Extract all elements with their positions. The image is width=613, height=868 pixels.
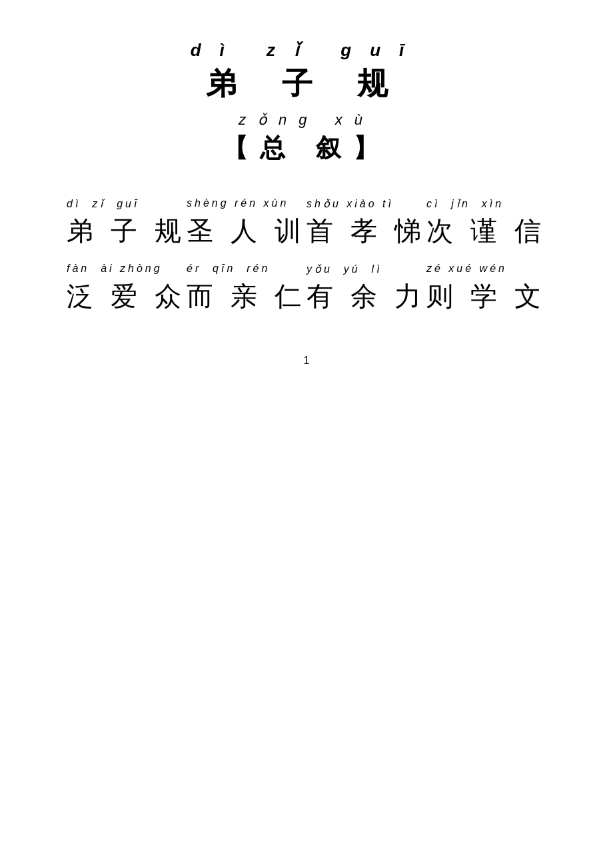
main-content: dì zǐ guī 弟 子 规 zǒng xù 【总 叙】 dì zǐ guī … [53, 40, 560, 328]
line1-seg4-pinyin: cì jǐn xìn [426, 197, 546, 210]
line1-seg3-zh: 首 孝 悌 [306, 213, 426, 249]
line2-seg1-zh: 泛 爱 众 [67, 278, 187, 315]
line1-seg4-zh: 次 谨 信 [426, 213, 546, 249]
line1-seg2-pinyin: shèng rén xùn [187, 197, 306, 210]
line2-seg3-zh: 有 余 力 [306, 278, 426, 315]
lines-container: dì zǐ guī shèng rén xùn shǒu xiào tì cì … [53, 197, 560, 328]
line2-seg3-pinyin: yǒu yú lì [306, 263, 426, 275]
line1-seg3-pinyin: shǒu xiào tì [306, 197, 426, 210]
line1-seg1-zh: 弟 子 规 [67, 213, 187, 249]
line2-seg4-pinyin: zé xué wén [426, 263, 546, 275]
page-container: dì zǐ guī 弟 子 规 zǒng xù 【总 叙】 dì zǐ guī … [53, 40, 560, 367]
line2-seg4-zh: 则 学 文 [426, 278, 546, 315]
title-section: dì zǐ guī 弟 子 规 zǒng xù 【总 叙】 [191, 40, 423, 181]
line2-pinyin: fàn ài zhòng ér qīn rén yǒu yú lì zé xué… [67, 263, 546, 275]
line2-chinese: 泛 爱 众 而 亲 仁 有 余 力 则 学 文 [67, 278, 546, 315]
line2-seg2-pinyin: ér qīn rén [187, 263, 306, 275]
line2-seg2-zh: 而 亲 仁 [187, 278, 306, 315]
title-pinyin: dì zǐ guī [191, 40, 423, 61]
line2-seg1-pinyin: fàn ài zhòng [67, 263, 187, 275]
page-number: 1 [304, 328, 310, 367]
line1-chinese: 弟 子 规 圣 人 训 首 孝 悌 次 谨 信 [67, 213, 546, 249]
title-chinese: 弟 子 规 [206, 63, 406, 105]
subtitle-pinyin: zǒng xù [239, 111, 374, 129]
subtitle-chinese: 【总 叙】 [223, 131, 390, 165]
line1-seg1-pinyin: dì zǐ guī [67, 197, 187, 210]
line1-pinyin: dì zǐ guī shèng rén xùn shǒu xiào tì cì … [67, 197, 546, 210]
line1-seg2-zh: 圣 人 训 [187, 213, 306, 249]
